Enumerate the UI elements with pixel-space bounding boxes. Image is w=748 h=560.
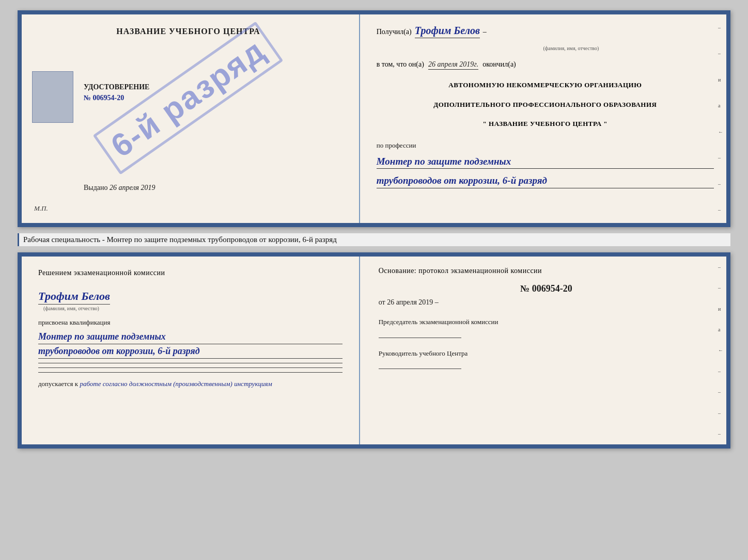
okonchil-label: окончил(а) bbox=[482, 60, 516, 69]
right-edge-marks: – – и а ← – – – bbox=[718, 14, 723, 223]
bottom-fio-small: (фамилия, имя, отчество) bbox=[43, 306, 342, 311]
predsedatel-label: Председатель экзаменационной комиссии bbox=[379, 317, 714, 327]
udostoverenie-number: № 006954-20 bbox=[84, 92, 149, 103]
dopuskaetsya-text: работе согласно должностным (производств… bbox=[80, 380, 272, 388]
protocol-date-value: 26 апреля 2019 bbox=[387, 298, 433, 306]
prisvoena-label: присвоена квалификация bbox=[38, 318, 342, 327]
date-handwritten: 26 апреля 2019г. bbox=[428, 60, 478, 70]
photo-placeholder bbox=[32, 71, 73, 123]
po-professii-label: по профессии bbox=[377, 141, 714, 150]
bottom-left-panel: Решением экзаменационной комиссии Трофим… bbox=[22, 257, 360, 444]
fio-small-top: (фамилия, имя, отчество) bbox=[428, 45, 714, 51]
vydano-block: Выдано 26 апреля 2019 bbox=[84, 184, 155, 192]
bottom-right-edge-marks: – – и а ← – – – – bbox=[718, 257, 723, 444]
bottom-right-panel: Основание: протокол экзаменационной коми… bbox=[360, 257, 726, 444]
osnovaniye-text: Основание: протокол экзаменационной коми… bbox=[379, 267, 714, 275]
vydano-label: Выдано bbox=[84, 184, 108, 191]
v-tom-label: в том, что он(а) bbox=[377, 60, 424, 69]
blank-line-1 bbox=[38, 363, 342, 363]
org-line2: ДОПОЛНИТЕЛЬНОГО ПРОФЕССИОНАЛЬНОГО ОБРАЗО… bbox=[377, 100, 714, 110]
date-line: в том, что он(а) 26 апреля 2019г. окончи… bbox=[377, 60, 714, 70]
diploma-certificate: НАЗВАНИЕ УЧЕБНОГО ЦЕНТРА 6-й разряд УДОС… bbox=[18, 10, 730, 227]
blank-line-3 bbox=[38, 372, 342, 373]
org-line1: АВТОНОМНУЮ НЕКОММЕРЧЕСКУЮ ОРГАНИЗАЦИЮ bbox=[377, 80, 714, 90]
predsedatel-sig-line bbox=[379, 338, 461, 338]
protocol-number: № 006954-20 bbox=[379, 283, 714, 294]
bottom-certificate: Решением экзаменационной комиссии Трофим… bbox=[18, 252, 730, 449]
bottom-name-handwritten: Трофим Белов bbox=[38, 290, 110, 305]
diploma-right-panel: Получил(а) Трофим Белов – (фамилия, имя,… bbox=[360, 14, 726, 223]
qualification-line2: трубопроводов от коррозии, 6-й разряд bbox=[38, 344, 342, 359]
dopuskaetsya-block: допускается к работе согласно должностны… bbox=[38, 380, 342, 388]
recipient-line: Получил(а) Трофим Белов – bbox=[377, 25, 714, 38]
dopuskaetsya-label: допускается к bbox=[38, 380, 78, 388]
predsedatel-block: Председатель экзаменационной комиссии bbox=[379, 317, 714, 338]
protocol-date: от 26 апреля 2019 – bbox=[379, 298, 714, 307]
diploma-left-panel: НАЗВАНИЕ УЧЕБНОГО ЦЕНТРА 6-й разряд УДОС… bbox=[22, 14, 360, 223]
specialty-text: Рабочая специальность - Монтер по защите… bbox=[18, 233, 730, 246]
rukovoditel-block: Руководитель учебного Центра bbox=[379, 348, 714, 370]
rukovoditel-label: Руководитель учебного Центра bbox=[379, 348, 714, 359]
profession-line2: трубопроводов от коррозии, 6-й разряд bbox=[377, 174, 714, 188]
org-name: " НАЗВАНИЕ УЧЕБНОГО ЦЕНТРА " bbox=[377, 119, 714, 129]
rukovoditel-sig-line bbox=[379, 369, 461, 369]
vydano-date: 26 апреля 2019 bbox=[110, 184, 155, 191]
udostoverenie-block: УДОСТОВЕРЕНИЕ № 006954-20 bbox=[84, 82, 149, 103]
profession-line1: Монтер по защите подземных bbox=[377, 155, 714, 169]
blank-line-2 bbox=[38, 367, 342, 368]
udostoverenie-label: УДОСТОВЕРЕНИЕ bbox=[84, 82, 149, 92]
recipient-name: Трофим Белов bbox=[415, 25, 480, 38]
ot-label: от bbox=[379, 298, 385, 306]
mp-label: М.П. bbox=[34, 204, 48, 213]
decision-text: Решением экзаменационной комиссии bbox=[38, 269, 342, 277]
dash-right: – bbox=[435, 298, 439, 306]
poluchil-label: Получил(а) bbox=[377, 28, 412, 36]
qualification-line1: Монтер по защите подземных bbox=[38, 330, 342, 344]
